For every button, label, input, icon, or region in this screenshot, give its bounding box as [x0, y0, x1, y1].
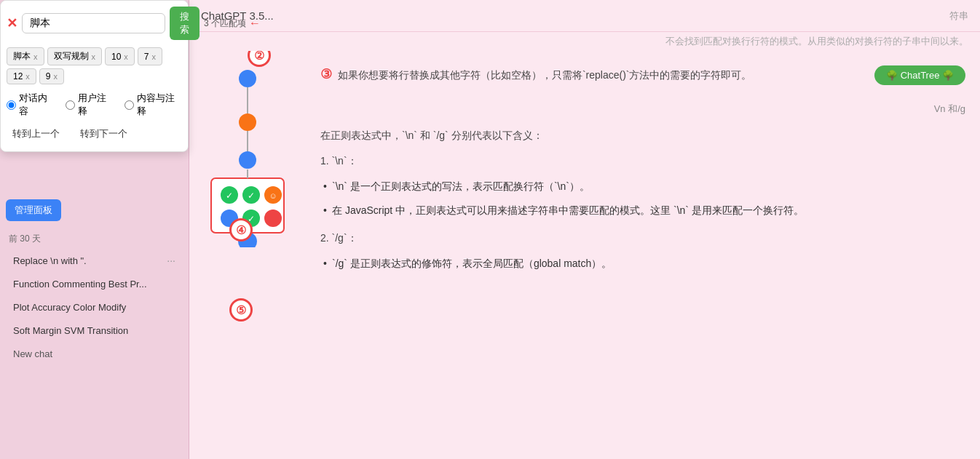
- tag-script[interactable]: 脚本 x: [7, 47, 44, 65]
- svg-point-4: [239, 151, 256, 169]
- tag-9[interactable]: 9 x: [39, 68, 64, 84]
- svg-point-2: [239, 70, 256, 87]
- sidebar: ✕ 搜索 3 个匹配项 ← 脚本 x 双写规制 x 10 x 7 x 12 x: [0, 0, 189, 459]
- dots-icon: ···: [167, 255, 175, 266]
- svg-point-3: [239, 113, 256, 131]
- section2-title: 2. `/g`：: [320, 229, 965, 247]
- radio-user-comment[interactable]: 用户注释: [66, 92, 114, 118]
- section1-bullet1: `\n` 是一个正则表达式的写法，表示匹配换行符（`\n`）。: [320, 177, 965, 196]
- sidebar-item-new-chat[interactable]: New chat: [6, 343, 183, 365]
- svg-text:✓: ✓: [226, 191, 233, 201]
- radio-row: 对话内容 用户注释 内容与注释: [7, 92, 182, 118]
- tag-12[interactable]: 12 x: [7, 68, 36, 84]
- vn-label: Vn 和/g: [320, 100, 965, 117]
- section2-bullet1: `/g` 是正则表达式的修饰符，表示全局匹配（global match）。: [320, 255, 965, 273]
- regex-intro: 在正则表达式中，`\n` 和 `/g` 分别代表以下含义：: [320, 127, 965, 145]
- intro-text: ③ 如果你想要将行替换成其他字符（比如空格），只需将`replace()`方法中…: [320, 63, 751, 93]
- tag-10[interactable]: 10 x: [105, 47, 135, 65]
- admin-panel-button[interactable]: 管理面板: [6, 199, 61, 221]
- match-count: 3 个匹配项 ←: [204, 17, 261, 30]
- search-input[interactable]: [22, 13, 165, 33]
- section2: 2. `/g`： `/g` 是正则表达式的修饰符，表示全局匹配（global m…: [320, 229, 965, 273]
- tags-row: 脚本 x 双写规制 x 10 x 7 x 12 x 9 x: [7, 44, 182, 87]
- chattree-button[interactable]: 🌳 ChatTree 🌳: [874, 65, 965, 85]
- search-button[interactable]: 搜索: [170, 7, 199, 40]
- svg-point-15: [264, 209, 282, 227]
- sidebar-list: 管理面板 前 30 天 Replace \n with ". ··· Funct…: [0, 196, 189, 459]
- annotation-4: ④: [229, 218, 253, 242]
- tag-dual[interactable]: 双写规制 x: [47, 47, 103, 65]
- sidebar-item-soft[interactable]: Soft Margin SVM Transition: [6, 319, 183, 342]
- sidebar-item-plot[interactable]: Plot Accuracy Color Modify: [6, 296, 183, 319]
- section1-bullet2: 在 JavaScript 中，正则表达式可以用来描述字符串中需要匹配的模式。这里…: [320, 201, 965, 220]
- arrow-icon: ←: [249, 17, 261, 30]
- nav-buttons: 转到上一个 转到下一个: [7, 122, 182, 145]
- section-label: 前 30 天: [3, 230, 186, 248]
- prev-button[interactable]: 转到上一个: [7, 125, 66, 143]
- top-faded-text: 不会找到匹配对换行行符的模式。从用类似的对换行符的子串中间以来。: [189, 32, 980, 51]
- diagram-panel: ✓ ✓ ☺ ✓ ④ ⑤: [189, 51, 306, 459]
- section1-title: 1. `\n`：: [320, 152, 965, 170]
- tag-7[interactable]: 7 x: [138, 47, 162, 65]
- middle-section: ✓ ✓ ☺ ✓ ④ ⑤ ②: [189, 51, 980, 459]
- close-button[interactable]: ✕: [7, 15, 17, 31]
- search-overlay: ✕ 搜索 3 个匹配项 ← 脚本 x 双写规制 x 10 x 7 x 12 x: [0, 0, 189, 152]
- section1: 1. `\n`： `\n` 是一个正则表达式的写法，表示匹配换行符（`\n`）。…: [320, 152, 965, 220]
- search-bar-row: ✕ 搜索 3 个匹配项 ←: [7, 7, 182, 40]
- main-content: ChatGPT 3.5... 符串 不会找到匹配对换行行符的模式。从用类似的对换…: [189, 0, 980, 459]
- annotation-3-text: ③ 如果你想要将行替换成其他字符（比如空格），只需将`replace()`方法中…: [320, 63, 751, 86]
- sidebar-item-function[interactable]: Function Commenting Best Pr...: [6, 273, 183, 295]
- header-faded: 符串: [949, 9, 968, 23]
- header-bar: ChatGPT 3.5... 符串: [189, 0, 980, 32]
- radio-dialog[interactable]: 对话内容: [7, 92, 55, 118]
- text-panel: ③ 如果你想要将行替换成其他字符（比如空格），只需将`replace()`方法中…: [306, 51, 980, 459]
- svg-text:☺: ☺: [269, 191, 277, 200]
- svg-text:✓: ✓: [248, 191, 255, 201]
- next-button[interactable]: 转到下一个: [74, 125, 133, 143]
- radio-content-comment[interactable]: 内容与注释: [125, 92, 182, 118]
- annotation-5: ⑤: [229, 298, 253, 322]
- sidebar-item-replace[interactable]: Replace \n with ". ···: [6, 249, 183, 272]
